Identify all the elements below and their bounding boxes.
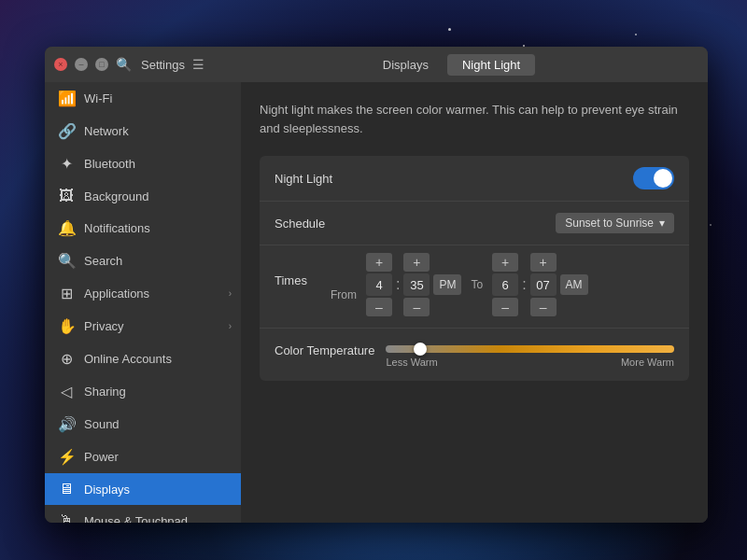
privacy-icon: ✋ — [58, 317, 75, 335]
close-button[interactable]: × — [54, 58, 67, 71]
content-area: 📶 Wi-Fi 🔗 Network ✦ Bluetooth 🖼 Backgrou… — [45, 82, 708, 523]
network-icon: 🔗 — [58, 122, 75, 140]
sidebar-item-online-accounts[interactable]: ⊕ Online Accounts — [45, 343, 241, 375]
titlebar: × – □ 🔍 Settings ☰ Displays Night Light — [45, 47, 708, 82]
mouse-icon: 🖱 — [58, 512, 75, 523]
sidebar-item-mouse[interactable]: 🖱 Mouse & Touchpad — [45, 505, 241, 523]
description-text: Night light makes the screen color warme… — [260, 101, 689, 137]
to-ampm-spinner: AM — [560, 254, 588, 315]
menu-icon[interactable]: ☰ — [192, 57, 204, 72]
sidebar-label-power: Power — [84, 450, 119, 464]
sidebar-item-power[interactable]: ⚡ Power — [45, 441, 241, 473]
times-row: Times From + 4 – : — [260, 245, 689, 329]
search-icon[interactable]: 🔍 — [116, 57, 132, 72]
less-warm-label: Less Warm — [386, 357, 437, 368]
schedule-row: Schedule Sunset to Sunrise ▾ — [260, 202, 689, 245]
colon-1: : — [396, 276, 400, 293]
wifi-icon: 📶 — [58, 90, 75, 107]
minimize-button[interactable]: – — [75, 58, 88, 71]
from-hour-spinner: + 4 – — [366, 253, 392, 316]
to-hour-value: 6 — [492, 273, 518, 296]
sidebar-item-displays[interactable]: 🖥 Displays — [45, 473, 241, 505]
tab-displays[interactable]: Displays — [368, 54, 444, 76]
schedule-dropdown[interactable]: Sunset to Sunrise ▾ — [556, 213, 674, 233]
power-icon: ⚡ — [58, 448, 75, 466]
more-warm-label: More Warm — [621, 357, 674, 368]
bluetooth-icon: ✦ — [58, 155, 75, 173]
from-minute-value: 35 — [403, 273, 430, 296]
toggle-knob — [654, 169, 672, 188]
night-light-toggle[interactable] — [633, 167, 674, 189]
to-minute-value: 07 — [530, 273, 557, 296]
sidebar-item-search[interactable]: 🔍 Search — [45, 245, 241, 277]
color-temperature-row: Color Temperature Less Warm More Warm — [260, 329, 689, 381]
from-minute-up-button[interactable]: + — [403, 253, 430, 272]
to-hour-up-button[interactable]: + — [492, 253, 518, 272]
chevron-right-icon-2: › — [229, 321, 232, 331]
sidebar-item-wifi[interactable]: 📶 Wi-Fi — [45, 82, 241, 115]
sidebar-label-displays: Displays — [84, 483, 130, 497]
window-title: Settings — [141, 58, 185, 72]
schedule-value: Sunset to Sunrise — [565, 217, 654, 230]
background-icon: 🖼 — [58, 188, 75, 204]
to-label: To — [471, 278, 483, 291]
sound-icon: 🔊 — [58, 415, 75, 433]
from-label: From — [331, 268, 357, 301]
slider-labels: Less Warm More Warm — [386, 357, 674, 368]
from-hour-down-button[interactable]: – — [366, 298, 392, 316]
sidebar-label-bluetooth: Bluetooth — [84, 157, 135, 171]
sidebar-label-background: Background — [84, 189, 148, 203]
from-ampm-spinner: PM — [433, 254, 461, 315]
sidebar-label-applications: Applications — [84, 287, 149, 301]
times-label: Times — [275, 253, 331, 287]
sidebar-item-bluetooth[interactable]: ✦ Bluetooth — [45, 147, 241, 180]
sidebar-item-network[interactable]: 🔗 Network — [45, 115, 241, 147]
from-hour-up-button[interactable]: + — [366, 253, 392, 272]
applications-icon: ⊞ — [58, 285, 75, 302]
sidebar-item-sound[interactable]: 🔊 Sound — [45, 408, 241, 441]
sidebar-label-notifications: Notifications — [84, 221, 150, 235]
from-minute-down-button[interactable]: – — [403, 298, 430, 316]
sidebar-label-sharing: Sharing — [84, 385, 126, 399]
window-controls: × – □ — [54, 58, 108, 71]
from-hour-value: 4 — [366, 273, 392, 296]
maximize-button[interactable]: □ — [95, 58, 108, 71]
main-panel: Night light makes the screen color warme… — [241, 82, 708, 523]
search-sidebar-icon: 🔍 — [58, 252, 75, 270]
color-temp-label: Color Temperature — [275, 343, 374, 357]
notifications-icon: 🔔 — [58, 219, 75, 237]
sidebar-item-sharing[interactable]: ◁ Sharing — [45, 375, 241, 408]
tab-night-light[interactable]: Night Light — [447, 54, 535, 76]
to-hour-down-button[interactable]: – — [492, 298, 518, 316]
to-ampm-button[interactable]: AM — [560, 274, 588, 295]
time-spinners: From + 4 – : + 35 — [331, 253, 588, 316]
schedule-label: Schedule — [275, 217, 556, 231]
online-accounts-icon: ⊕ — [58, 350, 75, 368]
color-temp-slider-thumb[interactable] — [414, 343, 427, 356]
sidebar-label-wifi: Wi-Fi — [84, 91, 112, 105]
to-minute-down-button[interactable]: – — [530, 298, 557, 316]
sidebar-item-background[interactable]: 🖼 Background — [45, 180, 241, 212]
sidebar: 📶 Wi-Fi 🔗 Network ✦ Bluetooth 🖼 Backgrou… — [45, 82, 241, 523]
settings-card: Night Light Schedule Sunset to Sunrise ▾… — [260, 156, 689, 381]
chevron-right-icon: › — [229, 288, 232, 299]
night-light-label: Night Light — [275, 172, 633, 186]
sidebar-item-applications[interactable]: ⊞ Applications › — [45, 277, 241, 310]
colon-2: : — [522, 276, 526, 293]
sidebar-item-notifications[interactable]: 🔔 Notifications — [45, 212, 241, 245]
to-hour-spinner: + 6 – — [492, 253, 518, 316]
displays-icon: 🖥 — [58, 481, 75, 497]
sidebar-label-online-accounts: Online Accounts — [84, 352, 172, 366]
sidebar-label-sound: Sound — [84, 417, 120, 431]
sidebar-label-search: Search — [84, 254, 122, 268]
color-temp-slider-container — [386, 345, 674, 353]
to-minute-spinner: + 07 – — [530, 253, 557, 316]
night-light-row: Night Light — [260, 156, 689, 202]
sidebar-label-mouse: Mouse & Touchpad — [84, 514, 188, 524]
to-minute-up-button[interactable]: + — [530, 253, 557, 272]
sidebar-label-privacy: Privacy — [84, 319, 124, 333]
from-ampm-button[interactable]: PM — [433, 274, 461, 295]
sidebar-item-privacy[interactable]: ✋ Privacy › — [45, 310, 241, 343]
tabs-area: Displays Night Light — [204, 54, 698, 76]
sidebar-label-network: Network — [84, 124, 129, 138]
